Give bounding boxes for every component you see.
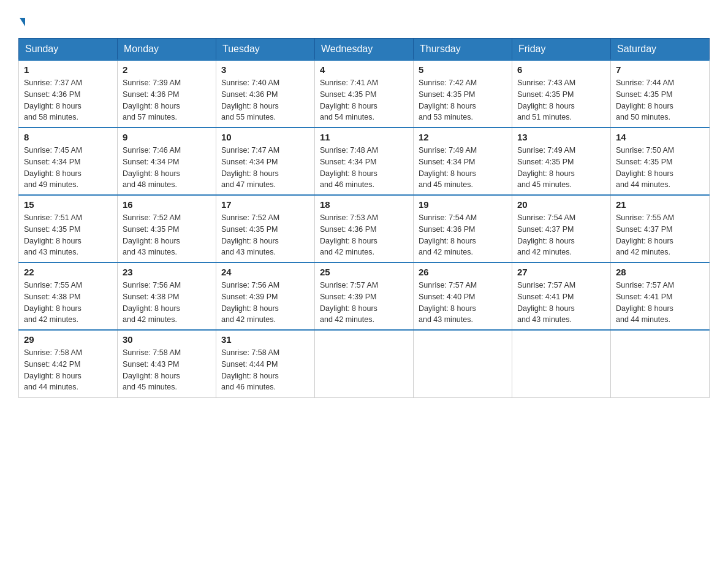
day-number: 8 (24, 132, 112, 142)
day-number: 18 (320, 199, 408, 210)
day-number: 5 (419, 64, 507, 75)
day-cell: 4 Sunrise: 7:41 AMSunset: 4:35 PMDayligh… (315, 60, 414, 128)
day-cell (512, 330, 611, 397)
day-number: 15 (24, 199, 112, 210)
day-info: Sunrise: 7:44 AMSunset: 4:35 PMDaylight:… (616, 77, 704, 123)
day-cell: 25 Sunrise: 7:57 AMSunset: 4:39 PMDaylig… (315, 262, 414, 330)
day-cell: 31 Sunrise: 7:58 AMSunset: 4:44 PMDaylig… (216, 330, 315, 397)
day-cell: 22 Sunrise: 7:55 AMSunset: 4:38 PMDaylig… (19, 262, 118, 330)
column-header-saturday: Saturday (611, 39, 710, 61)
day-cell: 26 Sunrise: 7:57 AMSunset: 4:40 PMDaylig… (414, 262, 512, 330)
day-number: 24 (221, 267, 309, 277)
day-cell: 6 Sunrise: 7:43 AMSunset: 4:35 PMDayligh… (512, 60, 611, 128)
day-cell: 9 Sunrise: 7:46 AMSunset: 4:34 PMDayligh… (118, 128, 216, 195)
day-cell: 5 Sunrise: 7:42 AMSunset: 4:35 PMDayligh… (414, 60, 512, 128)
day-info: Sunrise: 7:57 AMSunset: 4:40 PMDaylight:… (419, 280, 507, 326)
day-cell: 27 Sunrise: 7:57 AMSunset: 4:41 PMDaylig… (512, 262, 611, 330)
day-info: Sunrise: 7:58 AMSunset: 4:43 PMDaylight:… (123, 347, 211, 393)
day-cell: 30 Sunrise: 7:58 AMSunset: 4:43 PMDaylig… (118, 330, 216, 397)
day-cell: 16 Sunrise: 7:52 AMSunset: 4:35 PMDaylig… (118, 195, 216, 262)
day-number: 9 (123, 132, 211, 142)
day-number: 4 (320, 64, 408, 75)
day-number: 31 (221, 334, 309, 345)
week-row-1: 1 Sunrise: 7:37 AMSunset: 4:36 PMDayligh… (19, 60, 710, 128)
day-info: Sunrise: 7:49 AMSunset: 4:34 PMDaylight:… (419, 145, 507, 191)
day-info: Sunrise: 7:40 AMSunset: 4:36 PMDaylight:… (221, 77, 309, 123)
day-cell: 10 Sunrise: 7:47 AMSunset: 4:34 PMDaylig… (216, 128, 315, 195)
day-cell (315, 330, 414, 397)
day-info: Sunrise: 7:42 AMSunset: 4:35 PMDaylight:… (419, 77, 507, 123)
day-number: 2 (123, 64, 211, 75)
day-number: 22 (24, 267, 112, 277)
day-number: 20 (517, 199, 605, 210)
header-row: SundayMondayTuesdayWednesdayThursdayFrid… (19, 39, 710, 61)
day-number: 30 (123, 334, 211, 345)
day-number: 11 (320, 132, 408, 142)
day-number: 10 (221, 132, 309, 142)
day-info: Sunrise: 7:47 AMSunset: 4:34 PMDaylight:… (221, 145, 309, 191)
day-cell (414, 330, 512, 397)
day-info: Sunrise: 7:52 AMSunset: 4:35 PMDaylight:… (123, 212, 211, 258)
day-info: Sunrise: 7:51 AMSunset: 4:35 PMDaylight:… (24, 212, 112, 258)
day-info: Sunrise: 7:37 AMSunset: 4:36 PMDaylight:… (24, 77, 112, 123)
logo-triangle-icon (20, 18, 25, 26)
column-header-friday: Friday (512, 39, 611, 61)
day-number: 26 (419, 267, 507, 277)
day-info: Sunrise: 7:50 AMSunset: 4:35 PMDaylight:… (616, 145, 704, 191)
day-info: Sunrise: 7:57 AMSunset: 4:41 PMDaylight:… (616, 280, 704, 326)
day-info: Sunrise: 7:53 AMSunset: 4:36 PMDaylight:… (320, 212, 408, 258)
day-number: 6 (517, 64, 605, 75)
day-info: Sunrise: 7:58 AMSunset: 4:42 PMDaylight:… (24, 347, 112, 393)
day-number: 21 (616, 199, 704, 210)
day-number: 3 (221, 64, 309, 75)
day-number: 28 (616, 267, 704, 277)
day-number: 1 (24, 64, 112, 75)
day-info: Sunrise: 7:58 AMSunset: 4:44 PMDaylight:… (221, 347, 309, 393)
week-row-3: 15 Sunrise: 7:51 AMSunset: 4:35 PMDaylig… (19, 195, 710, 262)
day-info: Sunrise: 7:55 AMSunset: 4:38 PMDaylight:… (24, 280, 112, 326)
day-cell: 13 Sunrise: 7:49 AMSunset: 4:35 PMDaylig… (512, 128, 611, 195)
day-cell: 20 Sunrise: 7:54 AMSunset: 4:37 PMDaylig… (512, 195, 611, 262)
day-cell: 18 Sunrise: 7:53 AMSunset: 4:36 PMDaylig… (315, 195, 414, 262)
week-row-4: 22 Sunrise: 7:55 AMSunset: 4:38 PMDaylig… (19, 262, 710, 330)
day-info: Sunrise: 7:43 AMSunset: 4:35 PMDaylight:… (517, 77, 605, 123)
column-header-wednesday: Wednesday (315, 39, 414, 61)
day-info: Sunrise: 7:56 AMSunset: 4:38 PMDaylight:… (123, 280, 211, 326)
logo-top (18, 12, 25, 28)
day-cell (611, 330, 710, 397)
day-cell: 28 Sunrise: 7:57 AMSunset: 4:41 PMDaylig… (611, 262, 710, 330)
day-info: Sunrise: 7:54 AMSunset: 4:37 PMDaylight:… (517, 212, 605, 258)
day-cell: 21 Sunrise: 7:55 AMSunset: 4:37 PMDaylig… (611, 195, 710, 262)
column-header-thursday: Thursday (414, 39, 512, 61)
column-header-sunday: Sunday (19, 39, 118, 61)
day-info: Sunrise: 7:46 AMSunset: 4:34 PMDaylight:… (123, 145, 211, 191)
logo (18, 12, 25, 28)
day-cell: 2 Sunrise: 7:39 AMSunset: 4:36 PMDayligh… (118, 60, 216, 128)
day-info: Sunrise: 7:48 AMSunset: 4:34 PMDaylight:… (320, 145, 408, 191)
day-info: Sunrise: 7:56 AMSunset: 4:39 PMDaylight:… (221, 280, 309, 326)
day-info: Sunrise: 7:57 AMSunset: 4:41 PMDaylight:… (517, 280, 605, 326)
day-info: Sunrise: 7:52 AMSunset: 4:35 PMDaylight:… (221, 212, 309, 258)
day-cell: 15 Sunrise: 7:51 AMSunset: 4:35 PMDaylig… (19, 195, 118, 262)
day-number: 13 (517, 132, 605, 142)
day-number: 16 (123, 199, 211, 210)
column-header-tuesday: Tuesday (216, 39, 315, 61)
day-info: Sunrise: 7:54 AMSunset: 4:36 PMDaylight:… (419, 212, 507, 258)
day-number: 27 (517, 267, 605, 277)
day-info: Sunrise: 7:55 AMSunset: 4:37 PMDaylight:… (616, 212, 704, 258)
column-header-monday: Monday (118, 39, 216, 61)
week-row-2: 8 Sunrise: 7:45 AMSunset: 4:34 PMDayligh… (19, 128, 710, 195)
day-cell: 17 Sunrise: 7:52 AMSunset: 4:35 PMDaylig… (216, 195, 315, 262)
day-cell: 29 Sunrise: 7:58 AMSunset: 4:42 PMDaylig… (19, 330, 118, 397)
day-cell: 8 Sunrise: 7:45 AMSunset: 4:34 PMDayligh… (19, 128, 118, 195)
calendar-table: SundayMondayTuesdayWednesdayThursdayFrid… (18, 38, 710, 398)
day-info: Sunrise: 7:49 AMSunset: 4:35 PMDaylight:… (517, 145, 605, 191)
week-row-5: 29 Sunrise: 7:58 AMSunset: 4:42 PMDaylig… (19, 330, 710, 397)
day-cell: 7 Sunrise: 7:44 AMSunset: 4:35 PMDayligh… (611, 60, 710, 128)
day-number: 17 (221, 199, 309, 210)
day-number: 12 (419, 132, 507, 142)
day-cell: 1 Sunrise: 7:37 AMSunset: 4:36 PMDayligh… (19, 60, 118, 128)
day-cell: 19 Sunrise: 7:54 AMSunset: 4:36 PMDaylig… (414, 195, 512, 262)
day-info: Sunrise: 7:57 AMSunset: 4:39 PMDaylight:… (320, 280, 408, 326)
day-cell: 14 Sunrise: 7:50 AMSunset: 4:35 PMDaylig… (611, 128, 710, 195)
